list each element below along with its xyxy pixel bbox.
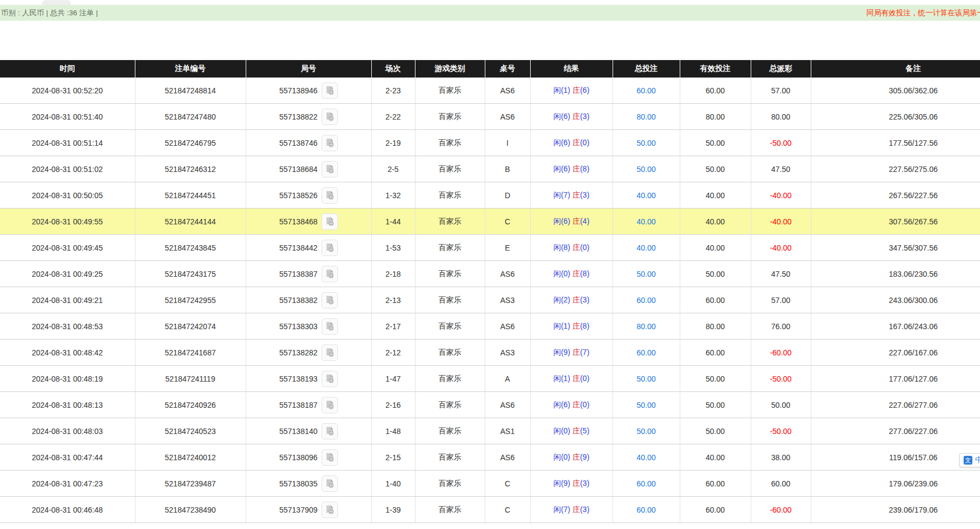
game-video-button[interactable]	[322, 502, 338, 518]
table-row[interactable]: 2024-08-31 00:51:40521847247480557138822…	[0, 104, 980, 130]
cell-result: 闲(0) 庄(5)	[530, 418, 613, 444]
game-video-button[interactable]	[322, 135, 338, 151]
cell-game-no: 557138387	[246, 261, 371, 287]
result-banker-points: (0)	[580, 374, 589, 383]
game-video-button[interactable]	[322, 475, 338, 492]
cell-valid-bet: 50.00	[680, 261, 751, 287]
result-banker-label: 庄	[572, 348, 580, 356]
game-video-button[interactable]	[322, 318, 338, 335]
cell-payout: -50.00	[751, 418, 811, 444]
table-row[interactable]: 2024-08-31 00:51:02521847246312557138684…	[0, 156, 980, 182]
table-row[interactable]: 2024-08-31 00:51:14521847246795557138746…	[0, 130, 980, 156]
table-row[interactable]: 2024-08-31 00:48:13521847240926557138187…	[0, 392, 980, 418]
result-player-label: 闲	[553, 374, 561, 383]
translate-widget[interactable]: 文 中	[959, 453, 980, 467]
film-clip-icon	[324, 400, 335, 411]
cell-time: 2024-08-31 00:48:42	[0, 340, 135, 366]
total-bet-link[interactable]: 40.00	[637, 191, 656, 200]
game-video-button[interactable]	[322, 344, 338, 361]
total-bet-link[interactable]: 80.00	[637, 112, 656, 121]
total-bet-link[interactable]: 50.00	[637, 401, 656, 409]
cell-result: 闲(0) 庄(8)	[530, 261, 613, 287]
result-player-points: (8)	[561, 243, 570, 252]
total-bet-link[interactable]: 60.00	[637, 506, 656, 514]
film-clip-icon	[324, 321, 335, 332]
table-row[interactable]: 2024-08-31 00:49:45521847243845557138442…	[0, 235, 980, 261]
cell-table-no: C	[485, 471, 530, 497]
total-bet-link[interactable]: 50.00	[637, 427, 656, 436]
game-video-button[interactable]	[322, 187, 338, 204]
result-player-points: (9)	[561, 479, 570, 488]
result-player-points: (1)	[561, 374, 570, 383]
result-banker-label: 庄	[572, 191, 580, 199]
game-video-button[interactable]	[322, 423, 338, 439]
cell-total-bet: 50.00	[613, 418, 680, 444]
translate-language-label: 中	[975, 455, 980, 465]
result-player-label: 闲	[553, 86, 561, 94]
game-video-button[interactable]	[322, 213, 338, 230]
total-bet-link[interactable]: 50.00	[637, 139, 656, 147]
game-video-button[interactable]	[322, 82, 338, 99]
cell-session: 2-18	[371, 261, 415, 287]
cell-game-type: 百家乐	[415, 235, 485, 261]
result-banker-points: (3)	[580, 191, 589, 199]
table-row[interactable]: 2024-08-31 00:48:53521847242074557138303…	[0, 313, 980, 340]
cell-total-bet: 40.00	[613, 444, 680, 471]
cell-game-type: 百家乐	[415, 130, 485, 156]
cell-game-no: 557137909	[246, 497, 371, 523]
game-no-text: 557138442	[279, 243, 317, 252]
table-row[interactable]: 2024-08-31 00:48:19521847241119557138193…	[0, 366, 980, 392]
cell-total-bet: 50.00	[613, 130, 680, 156]
cell-game-type: 百家乐	[415, 418, 485, 444]
game-no-text: 557138382	[279, 296, 317, 305]
table-row[interactable]: 2024-08-31 00:48:03521847240523557138140…	[0, 418, 980, 444]
game-video-button[interactable]	[322, 449, 338, 466]
game-video-button[interactable]	[322, 266, 338, 282]
table-row[interactable]: 2024-08-31 00:50:05521847244451557138526…	[0, 182, 980, 209]
total-bet-link[interactable]: 40.00	[637, 217, 656, 226]
cell-total-bet: 60.00	[613, 471, 680, 497]
summary-bar: 币别 : 人民币 | 总共 :36 注单 | 同局有效投注，统一计算在该局第一张	[0, 5, 980, 21]
total-bet-link[interactable]: 60.00	[637, 86, 656, 95]
table-row[interactable]: 2024-08-31 00:46:48521847238490557137909…	[0, 497, 980, 523]
total-bet-link[interactable]: 40.00	[637, 453, 656, 462]
total-bet-link[interactable]: 50.00	[637, 270, 656, 278]
cell-game-no: 557138442	[246, 235, 371, 261]
table-row[interactable]: 2024-08-31 00:52:20521847248814557138946…	[0, 78, 980, 104]
table-row[interactable]: 2024-08-31 00:49:25521847243175557138387…	[0, 261, 980, 287]
cell-game-no: 557138193	[246, 366, 371, 392]
total-bet-link[interactable]: 50.00	[637, 375, 656, 383]
table-row[interactable]: 2024-08-31 00:47:44521847240012557138096…	[0, 444, 980, 471]
total-bet-link[interactable]: 80.00	[637, 322, 656, 331]
game-video-button[interactable]	[322, 109, 338, 125]
game-video-button[interactable]	[322, 371, 338, 387]
total-bet-link[interactable]: 40.00	[637, 243, 656, 252]
result-player-label: 闲	[553, 295, 561, 304]
cell-game-type: 百家乐	[415, 182, 485, 209]
cell-remark: 227.06/167.06	[811, 340, 980, 366]
cell-valid-bet: 60.00	[680, 78, 751, 104]
result-banker-label: 庄	[572, 374, 580, 383]
total-bet-link[interactable]: 50.00	[637, 165, 656, 174]
result-banker-points: (8)	[580, 164, 589, 173]
game-no-text: 557138468	[279, 217, 317, 226]
cell-game-no: 557138946	[246, 78, 371, 104]
cell-total-bet: 40.00	[613, 235, 680, 261]
total-bet-link[interactable]: 60.00	[637, 296, 656, 305]
game-video-button[interactable]	[322, 161, 338, 177]
total-bet-link[interactable]: 60.00	[637, 348, 656, 357]
cell-payout: 60.00	[751, 471, 811, 497]
table-row[interactable]: 2024-08-31 00:49:21521847242955557138382…	[0, 287, 980, 313]
cell-table-no: C	[485, 497, 530, 523]
result-banker-label: 庄	[572, 138, 580, 147]
table-row[interactable]: 2024-08-31 00:48:42521847241687557138282…	[0, 340, 980, 366]
table-row[interactable]: 2024-08-31 00:49:55521847244144557138468…	[0, 209, 980, 235]
game-video-button[interactable]	[322, 240, 338, 256]
cell-time: 2024-08-31 00:46:48	[0, 497, 135, 523]
game-video-button[interactable]	[322, 397, 338, 413]
total-bet-link[interactable]: 60.00	[637, 479, 656, 488]
cell-time: 2024-08-31 00:49:55	[0, 209, 135, 235]
table-row[interactable]: 2024-08-31 00:47:23521847239487557138035…	[0, 471, 980, 497]
cell-valid-bet: 50.00	[680, 418, 751, 444]
game-video-button[interactable]	[322, 292, 338, 308]
